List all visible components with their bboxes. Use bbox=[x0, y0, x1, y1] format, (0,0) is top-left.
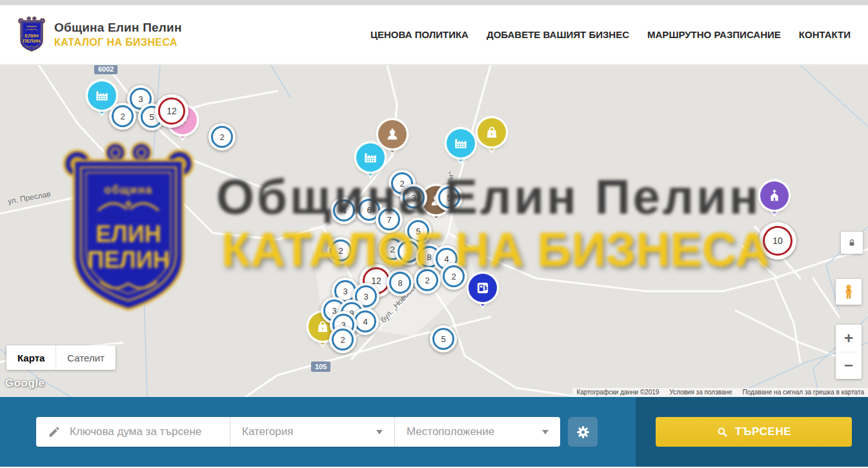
nav-item-contacts[interactable]: КОНТАКТИ bbox=[799, 29, 851, 40]
lock-button[interactable] bbox=[841, 232, 863, 254]
keyword-field bbox=[36, 417, 230, 447]
pegman-button[interactable] bbox=[836, 279, 862, 305]
map-controls-layer: Карта Сателит Google Картографски данни … bbox=[0, 65, 868, 397]
search-bar: Категория Местоположение ТЪРСЕНЕ bbox=[0, 397, 868, 467]
search-keyword-input[interactable] bbox=[68, 425, 226, 439]
search-icon bbox=[716, 426, 729, 438]
chevron-down-icon bbox=[542, 430, 549, 434]
nav-item-timetable[interactable]: МАРШРУТНО РАЗПИСАНИЕ bbox=[647, 29, 781, 40]
attribution-copyright: Картографски данни ©2019 bbox=[576, 388, 659, 397]
location-select-value: Местоположение bbox=[407, 425, 494, 438]
map-type-control: Карта Сателит bbox=[6, 345, 116, 370]
site-header: Община Елин Пелин КАТАЛОГ НА БИЗНЕСА ЦЕН… bbox=[0, 5, 868, 65]
search-submit-label: ТЪРСЕНЕ bbox=[735, 425, 792, 438]
page-top-strip bbox=[0, 0, 868, 5]
attribution-report-link[interactable]: Подаване на сигнал за грешка в картата bbox=[743, 388, 864, 397]
pegman-icon bbox=[840, 283, 858, 301]
site-logo[interactable] bbox=[16, 15, 47, 54]
gear-icon bbox=[575, 424, 591, 440]
zoom-in-button[interactable]: + bbox=[836, 325, 862, 352]
attribution-terms-link[interactable]: Условия за ползване bbox=[669, 388, 732, 397]
search-submit-button[interactable]: ТЪРСЕНЕ bbox=[656, 417, 852, 447]
map-attribution: Картографски данни ©2019 Условия за полз… bbox=[572, 388, 868, 397]
main-nav: ЦЕНОВА ПОЛИТИКА ДОБАВЕТЕ ВАШИЯТ БИЗНЕС М… bbox=[370, 29, 852, 40]
advanced-settings-button[interactable] bbox=[568, 417, 598, 447]
municipality-crest-icon bbox=[16, 15, 47, 54]
map-type-map-button[interactable]: Карта bbox=[6, 345, 56, 370]
site-title-block: Община Елин Пелин КАТАЛОГ НА БИЗНЕСА bbox=[54, 21, 182, 48]
site-title: Община Елин Пелин bbox=[54, 21, 182, 35]
zoom-control: + − bbox=[836, 325, 862, 379]
search-fields: Категория Местоположение bbox=[36, 417, 560, 447]
nav-item-pricing[interactable]: ЦЕНОВА ПОЛИТИКА bbox=[370, 29, 469, 40]
chevron-down-icon bbox=[376, 430, 383, 434]
category-select-value: Категория bbox=[242, 425, 293, 438]
location-select[interactable]: Местоположение bbox=[394, 417, 560, 447]
category-select[interactable]: Категория bbox=[230, 417, 394, 447]
site-subtitle: КАТАЛОГ НА БИЗНЕСА bbox=[54, 37, 182, 48]
map-type-satellite-button[interactable]: Сателит bbox=[56, 345, 116, 370]
lock-icon bbox=[845, 236, 858, 249]
google-logo[interactable]: Google bbox=[5, 377, 45, 390]
nav-item-add-business[interactable]: ДОБАВЕТЕ ВАШИЯТ БИЗНЕС bbox=[487, 29, 629, 40]
pencil-icon bbox=[48, 425, 61, 438]
zoom-out-button[interactable]: − bbox=[836, 352, 862, 380]
google-map[interactable]: 6002105ул. Преславбул. „Новоселции" 3251… bbox=[0, 65, 868, 397]
